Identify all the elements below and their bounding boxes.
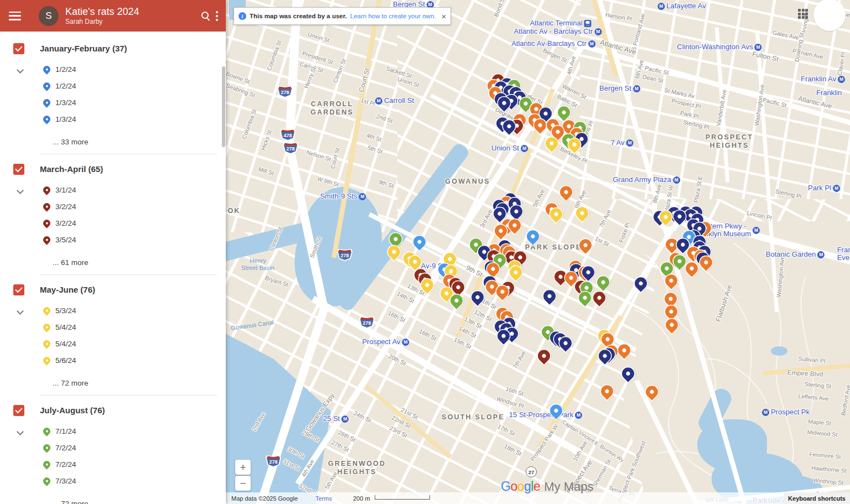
layer-divider [40,395,217,396]
account-circle[interactable] [813,0,846,31]
metro-icon: M [755,44,762,51]
banner-learn-link[interactable]: Learn how to create your own. [350,13,436,19]
layer-item[interactable]: 7/2/24 [43,460,76,469]
layer-item[interactable]: 7/3/24 [43,477,76,485]
layer-item[interactable]: 3/2/24 [43,219,76,227]
layer-item-date: 1/3/24 [55,98,76,107]
zoom-in-button[interactable]: + [235,460,251,475]
layer-item-pin-icon [42,459,51,469]
station-name: 25 St [323,415,340,423]
search-icon [201,12,210,20]
layer-item-date: 3/2/24 [55,219,76,227]
transit-station-label: Prospect AvM [362,338,409,346]
terms-link[interactable]: Terms [315,495,332,502]
layer-item[interactable]: 3/2/24 [43,202,76,211]
layer-more-link[interactable]: ... 61 more [53,258,89,267]
google-my-maps-watermark: Google My Maps [501,479,593,494]
transit-station-label: MProspect Pk [762,408,810,416]
layer-item-pin-icon [42,476,51,486]
layer-item[interactable]: 5/4/24 [43,340,76,348]
layer-item[interactable]: 7/1/24 [43,427,76,435]
layer-item-date: 1/2/24 [55,65,76,74]
layer-item-date: 7/2/24 [55,460,76,469]
sidebar-scrollbar[interactable] [222,66,225,147]
layer-item-pin-icon [42,114,51,124]
hamburger-menu-icon[interactable] [9,12,21,20]
layer-item-date: 1/3/24 [55,115,76,123]
more-options-icon[interactable] [216,11,218,21]
layer-item-pin-icon [42,64,51,74]
map-canvas[interactable]: CARROLLGARDENSGOWANUSPARK SLOPEPROSPECTH… [226,0,850,504]
station-name: Clinton-Washington Avs [677,43,753,51]
neighborhood-label: CARROLLGARDENS [310,100,354,117]
layer-title[interactable]: January-February (37) [40,44,127,53]
layer-item[interactable]: 1/3/24 [43,98,76,107]
layer-title[interactable]: May-June (76) [40,285,95,294]
layer-item[interactable]: 3/5/24 [43,236,76,244]
station-name: Botanic Garden [766,251,816,258]
layer-title[interactable]: July-August (76) [40,406,105,415]
layer-item-date: 5/3/24 [55,306,76,315]
layer-more-link[interactable]: ... 72 more [53,500,89,504]
metro-icon: M [657,3,665,10]
station-name: Lafayette Av [666,2,706,10]
layer-item-date: 3/5/24 [55,236,76,244]
metro-icon: M [762,409,769,416]
station-name: Grand Army Plaza [613,176,671,184]
metro-icon: M [588,40,595,48]
metro-icon: M [833,185,840,192]
neighborhood-label: OOK [226,207,241,215]
layer-item-pin-icon [42,185,51,195]
layer-checkbox[interactable] [13,164,24,175]
layer-item[interactable]: 1/3/24 [43,115,76,123]
station-name: Atlantic Av - Barclays Ctr [514,28,593,35]
station-name: 7 Av [610,139,624,147]
water-label: HenryStreet Basin [241,257,274,272]
transit-station-label: Union StM [491,144,528,152]
transit-station-label: MLafayette Av [657,2,706,10]
layer-item-pin-icon [42,235,51,245]
station-name: Franklin [816,89,842,97]
layer-more-link[interactable]: ... 72 more [53,379,89,387]
transit-station-label: Smith-9 StsM [320,193,366,200]
layer-item[interactable]: 5/4/24 [43,323,76,331]
sidebar: S Katie's rats 2024 Sarah Darby January-… [0,0,226,504]
layer-collapse-icon[interactable] [18,429,23,434]
layer-collapse-icon[interactable] [18,309,23,314]
zoom-out-button[interactable]: − [235,476,251,491]
layer-more-link[interactable]: ... 33 more [53,138,89,146]
transit-station-label: 15 St-Prospect ParkM [509,411,582,419]
station-name: Atlantic Av-Barclays Ctr [511,40,587,48]
transit-station-label: Atlantic Terminal [530,19,591,27]
layer-item[interactable]: 1/2/24 [43,65,76,74]
layer-item[interactable]: 3/1/24 [43,186,76,194]
train-icon [584,20,592,27]
user-map-banner: i This map was created by a user. Learn … [234,7,451,25]
station-name: Bergen St [599,85,631,92]
layer-checkbox[interactable] [13,284,24,295]
metro-icon: M [359,193,366,200]
map-owner: Sarah Darby [65,18,196,25]
banner-close-icon[interactable]: × [441,12,446,21]
my-maps-label: My Maps [544,480,593,494]
layer-item[interactable]: 5/3/24 [43,306,76,315]
layer-item[interactable]: 5/6/24 [43,356,76,365]
layer-title[interactable]: March-April (65) [40,164,103,174]
layer-item[interactable]: 7/2/24 [43,444,76,452]
layer-item-date: 5/6/24 [55,356,76,365]
search-button[interactable] [196,6,216,26]
metro-icon: M [594,28,602,35]
layer-collapse-icon[interactable] [18,67,23,72]
metro-icon: M [817,251,825,258]
layer-checkbox[interactable] [13,405,24,416]
layer-checkbox[interactable] [13,43,24,54]
apps-grid-icon[interactable] [798,9,809,20]
layer-collapse-icon[interactable] [18,188,23,193]
transit-station-label: Clinton-Washington AvsM [677,43,761,51]
transit-station-label: Franklin [816,89,842,97]
metro-icon: M [673,176,680,184]
metro-icon: M [521,145,528,152]
layer-item[interactable]: 1/2/24 [43,82,76,90]
info-icon: i [239,12,246,20]
keyboard-shortcuts-button[interactable]: Keyboard shortcuts [784,492,850,504]
